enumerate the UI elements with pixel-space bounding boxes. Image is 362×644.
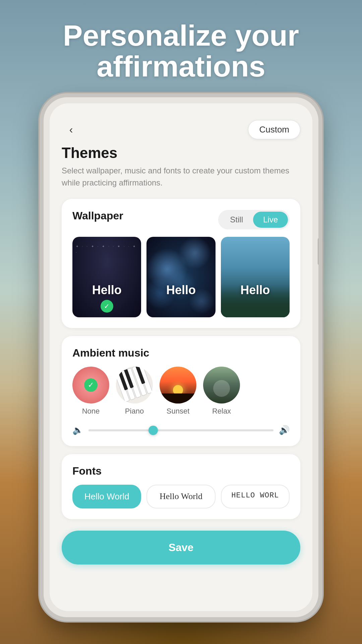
volume-slider-fill (88, 429, 153, 431)
volume-low-icon: 🔈 (72, 425, 83, 435)
wallpaper-grid: Hello ✓ Hello Hello (72, 237, 290, 317)
music-label-sunset: Sunset (167, 407, 190, 416)
back-button[interactable]: ‹ (62, 120, 80, 139)
fonts-list: Hello World Hello World HELLO WORL (72, 485, 290, 508)
music-item-none[interactable]: ✓ None (72, 367, 109, 416)
font-option-3[interactable]: HELLO WORL (221, 485, 290, 508)
volume-high-icon: 🔊 (279, 425, 290, 435)
none-check: ✓ (84, 378, 98, 392)
wp1-check: ✓ (101, 300, 113, 313)
wallpaper-item-1[interactable]: Hello ✓ (72, 237, 141, 317)
font-option-1[interactable]: Hello World (72, 485, 141, 508)
headline: Personalize your affirmations (0, 20, 362, 82)
phone-screen: ‹ Custom Themes Select wallpaper, music … (50, 103, 312, 611)
fonts-card: Fonts Hello World Hello World HELLO WORL (62, 454, 300, 519)
wp2-text: Hello (146, 283, 215, 297)
music-item-piano[interactable]: Piano (116, 367, 153, 416)
music-circles: ✓ None (72, 367, 290, 416)
wallpaper-header: Wallpaper Still Live (72, 210, 290, 229)
font-option-2[interactable]: Hello World (146, 485, 215, 508)
headline-line2: affirmations (20, 51, 342, 82)
volume-slider-thumb[interactable] (148, 426, 158, 435)
toggle-still[interactable]: Still (220, 212, 253, 228)
fonts-title: Fonts (72, 465, 290, 477)
music-card: Ambient music ✓ None (62, 336, 300, 446)
wp3-text: Hello (221, 283, 290, 297)
wallpaper-card: Wallpaper Still Live Hello ✓ Hello (62, 199, 300, 328)
music-circle-relax (203, 367, 240, 404)
headline-line1: Personalize your (20, 20, 342, 51)
phone-frame: ‹ Custom Themes Select wallpaper, music … (44, 97, 318, 617)
page-description: Select wallpaper, music and fonts to cre… (62, 165, 300, 189)
header-row: ‹ Custom (62, 120, 300, 139)
custom-button[interactable]: Custom (248, 120, 300, 139)
volume-slider-row: 🔈 🔊 (72, 425, 290, 435)
volume-slider-track[interactable] (88, 429, 274, 431)
music-circle-piano (116, 367, 153, 404)
music-label-none: None (82, 407, 100, 416)
piano-keys (116, 367, 153, 404)
music-item-relax[interactable]: Relax (203, 367, 240, 416)
wp1-text: Hello (72, 283, 141, 297)
phone-side-button (318, 238, 318, 265)
music-label-piano: Piano (125, 407, 144, 416)
music-circle-sunset (160, 367, 196, 404)
wallpaper-title: Wallpaper (72, 210, 123, 222)
screen-content: ‹ Custom Themes Select wallpaper, music … (50, 103, 312, 611)
music-title: Ambient music (72, 347, 290, 359)
toggle-live[interactable]: Live (253, 212, 288, 228)
wallpaper-toggle-group: Still Live (218, 210, 290, 229)
music-label-relax: Relax (212, 407, 231, 416)
save-button[interactable]: Save (62, 531, 300, 565)
music-item-sunset[interactable]: Sunset (160, 367, 196, 416)
wallpaper-item-3[interactable]: Hello (221, 237, 290, 317)
page-title: Themes (62, 145, 300, 161)
music-circle-none: ✓ (72, 367, 109, 404)
wallpaper-item-2[interactable]: Hello (146, 237, 215, 317)
